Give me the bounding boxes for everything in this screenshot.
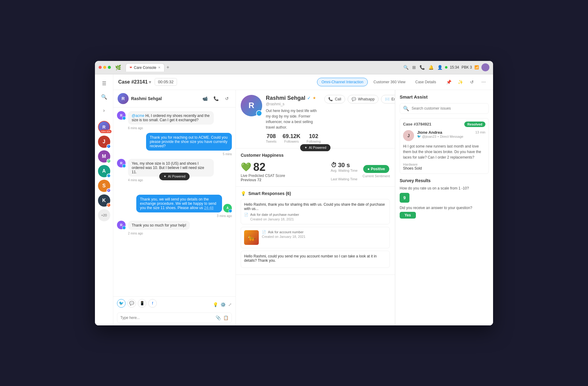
conversation-list: R 🐦 10m 32s J f M W A 🐦 S <box>98 121 110 221</box>
response-card-3[interactable]: Hello Rashmi, could you send me you acco… <box>241 251 390 268</box>
voice-call-button[interactable]: 📞 <box>212 94 220 103</box>
case-username: Jione Andrea <box>417 130 442 135</box>
conversation-item-2[interactable]: M W <box>98 150 110 163</box>
facebook-channel-icon[interactable]: f <box>148 299 157 308</box>
csat-prev-label: Previous <box>241 178 256 182</box>
video-call-button[interactable]: 📹 <box>201 94 209 103</box>
customer-avatar-3: R <box>117 221 126 229</box>
following-label: Following <box>307 140 321 143</box>
conversation-item-active[interactable]: R 🐦 10m 32s <box>98 121 110 133</box>
call-button[interactable]: 📞 Call <box>324 95 345 103</box>
whatsapp-channel-icon[interactable]: 📱 <box>138 299 146 308</box>
call-icon: 📞 <box>328 97 333 101</box>
response-text-3: Hello Rashmi, could you send me you acco… <box>244 254 386 263</box>
response-card-1[interactable]: Hello Rashmi, thank you for sharing this… <box>241 199 390 224</box>
pin-icon[interactable]: 📌 <box>444 77 453 87</box>
case-dropdown-icon[interactable]: ▾ <box>149 80 151 84</box>
smart-assist-case-card: Case #3784921 Resolved J Jione Andrea 13… <box>400 118 489 174</box>
active-timer-badge: 10m 32s <box>100 130 111 133</box>
conversation-item-3[interactable]: A 🐦 <box>98 165 110 177</box>
twitter-channel-icon[interactable]: 🐦 <box>117 299 126 308</box>
tools-icon[interactable]: ⚙️ <box>221 302 226 307</box>
ai-powered-label: AI Powered <box>309 146 326 149</box>
more-conversations-badge[interactable]: +20 <box>98 209 110 221</box>
ai-sparkle-icon: ✦ <box>304 146 307 150</box>
conversation-item-1[interactable]: J f <box>98 136 110 148</box>
expand-icon[interactable]: › <box>99 105 110 116</box>
attachment-icon[interactable]: 📎 <box>216 315 221 320</box>
response-card-2[interactable]: 🐆 📄 Ask for account number Created on Ja… <box>241 227 390 248</box>
tab-label: Care Console <box>134 66 156 70</box>
magic-wand-icon[interactable]: ✨ <box>456 77 465 87</box>
doc-icon-2: 📄 <box>262 230 266 234</box>
conversation-item-4[interactable]: S V <box>98 180 110 192</box>
browser-time: 15:34 <box>450 65 459 69</box>
ai-powered-tag-happiness: ✦ AI Powered <box>300 144 331 151</box>
user-avatar[interactable] <box>481 63 489 71</box>
profile-handle: @rashmi_s <box>266 102 321 106</box>
bell-icon[interactable]: 🔔 <box>428 65 434 70</box>
response-text-1: Hello Rashmi, thank you for sharing this… <box>244 202 386 211</box>
chat-refresh-button[interactable]: ↺ <box>223 94 231 103</box>
template-icon[interactable]: 📋 <box>223 315 228 320</box>
email-button[interactable]: ✉️ Email <box>381 95 395 103</box>
survey-results-section: Survey Results How do you rate us on a s… <box>400 178 489 219</box>
search-browser-icon[interactable]: 🔍 <box>403 65 409 70</box>
email-label: Email <box>391 97 395 101</box>
tab-customer-360[interactable]: Customer 360 View <box>369 78 410 86</box>
heart-tab-icon: ❤ <box>130 66 132 69</box>
tab-case-details[interactable]: Case Details <box>411 78 440 86</box>
lightbulb-icon[interactable]: 💡 <box>213 302 218 307</box>
sentiment-badge: ● Positive <box>363 165 389 173</box>
minimize-window-button[interactable] <box>103 66 106 69</box>
lightbulb-responses-icon: 💡 <box>241 191 246 196</box>
conversation-item-5[interactable]: K R <box>98 194 110 207</box>
sentiment-block: ● Positive Current Sentiment <box>363 165 390 178</box>
smart-assist-search-input[interactable] <box>412 106 485 111</box>
phone-icon[interactable]: 📞 <box>420 65 425 70</box>
survey-title: Survey Results <box>400 178 489 183</box>
care-console-tab[interactable]: ❤ Care Console ✕ <box>126 63 164 72</box>
maximize-window-button[interactable] <box>108 66 111 69</box>
profile-twitter-badge: 🐦 <box>256 110 262 116</box>
whatsapp-button[interactable]: 💬 Whatsapp <box>348 95 379 103</box>
sidebar-search-icon[interactable]: 🔍 <box>99 92 110 103</box>
response-meta-1: 📄 Ask for date of purchase number <box>244 213 386 217</box>
csat-previous: Previous 72 <box>241 178 285 182</box>
window-controls <box>99 66 111 69</box>
smart-assist-search: 🔍 <box>400 103 489 114</box>
input-actions: 📎 📋 <box>216 315 228 320</box>
user-plus-icon[interactable]: 👤 <box>437 65 443 70</box>
customer-message-1: @acme Hi, I ordered my shoes recently an… <box>128 111 214 125</box>
twitter-handle-icon: 🐦 <box>417 135 421 138</box>
happiness-section-title: Customer Happiness <box>241 153 390 158</box>
chat-input[interactable] <box>120 316 216 320</box>
link-24-48[interactable]: 24-48 <box>204 206 213 210</box>
chat-user-avatar: R <box>118 93 129 104</box>
tab-omni-channel[interactable]: Omni-Channel Interaction <box>317 78 368 86</box>
main-content: Case #23141 ▾ 00:05:32 Omni-Channel Inte… <box>113 74 493 325</box>
sentiment-dot-icon: ● <box>368 167 370 171</box>
customer-avatar-2: R <box>117 159 126 167</box>
sentiment-label: Current Sentiment <box>363 174 390 178</box>
browser-status: 15:34 PBK 3 📶 <box>445 63 489 71</box>
new-tab-button[interactable]: + <box>166 65 169 70</box>
close-window-button[interactable] <box>99 66 102 69</box>
hamburger-menu-icon[interactable]: ☰ <box>99 78 110 89</box>
more-options-icon[interactable]: ⋯ <box>479 77 488 87</box>
refresh-icon[interactable]: ↺ <box>467 77 477 87</box>
chat-channel-icons: 🐦 💬 📱 f <box>117 299 157 308</box>
csat-score-big: 💚 82 <box>241 161 285 174</box>
apps-icon[interactable]: ⊞ <box>412 65 416 70</box>
chat-channel-icon[interactable]: 💬 <box>127 299 136 308</box>
toolbar-actions: 💡 ⚙️ ⤢ <box>213 302 232 307</box>
csat-block: 💚 82 Live Predicted CSAT Score Previous … <box>241 161 285 182</box>
expand-toolbar-icon[interactable]: ⤢ <box>228 302 232 307</box>
customer-avatar-1: R <box>117 111 126 120</box>
tab-close-button[interactable]: ✕ <box>158 66 160 69</box>
message-row-agent-2: Thank you, we will send you details on t… <box>117 195 232 212</box>
stat-followers: 69.12K Followers <box>283 133 300 143</box>
pbk-label: PBK 3 <box>462 65 472 69</box>
case-card-number: Case #3784921 <box>403 122 432 126</box>
agent-twitter-badge <box>228 209 232 213</box>
